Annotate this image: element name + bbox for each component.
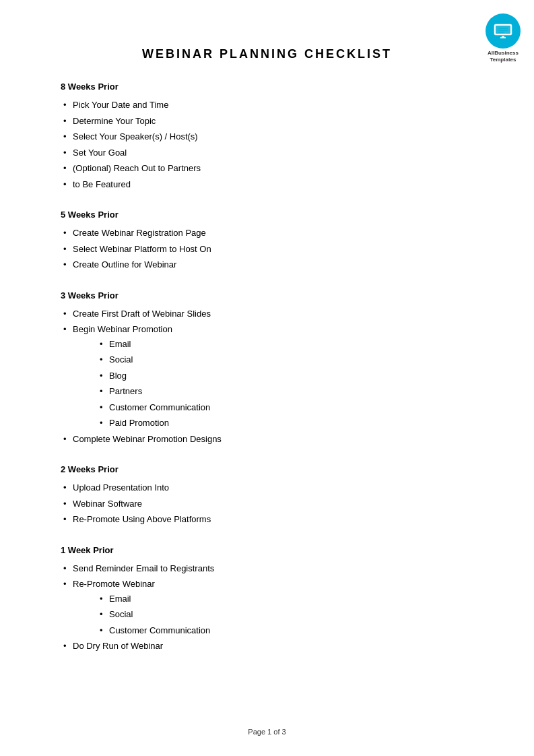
list-item: Select Webinar Platform to Host On [61, 243, 473, 256]
list-item: Paid Promotion [97, 416, 473, 430]
list-item: Upload Presentation Into [61, 481, 473, 495]
list-item: Create Outline for Webinar [61, 258, 473, 272]
logo-circle [486, 13, 521, 49]
list-item: Customer Communication [97, 401, 473, 414]
list-item: Determine Your Topic [61, 115, 473, 128]
list-item: Create Webinar Registration Page [61, 226, 473, 240]
list-item: Re-Promote WebinarEmailSocialCustomer Co… [61, 577, 473, 637]
section-heading-five-weeks: 5 Weeks Prior [61, 210, 473, 220]
section-two-weeks: 2 Weeks PriorUpload Presentation IntoWeb… [61, 464, 473, 526]
sub-list: EmailSocialBlogPartnersCustomer Communic… [73, 338, 473, 430]
section-heading-two-weeks: 2 Weeks Prior [61, 464, 473, 474]
section-heading-three-weeks: 3 Weeks Prior [61, 290, 473, 301]
list-item: Select Your Speaker(s) / Host(s) [61, 130, 473, 144]
section-list-one-week: Send Reminder Email to RegistrantsRe-Pro… [61, 562, 473, 653]
list-item: Customer Communication [97, 624, 473, 637]
section-list-three-weeks: Create First Draft of Webinar SlidesBegi… [61, 307, 473, 446]
section-heading-one-week: 1 Week Prior [61, 545, 473, 555]
section-list-five-weeks: Create Webinar Registration PageSelect W… [61, 226, 473, 272]
sub-list: EmailSocialCustomer Communication [73, 592, 473, 637]
list-item: Pick Your Date and Time [61, 98, 473, 112]
list-item: Send Reminder Email to Registrants [61, 562, 473, 575]
logo-text: AllBusiness Templates [488, 50, 519, 64]
list-item: Complete Webinar Promotion Designs [61, 433, 473, 446]
list-item: Blog [97, 369, 473, 383]
section-one-week: 1 Week PriorSend Reminder Email to Regis… [61, 545, 473, 653]
list-item: (Optional) Reach Out to Partners [61, 162, 473, 175]
list-item: Webinar Software [61, 497, 473, 511]
list-item: Set Your Goal [61, 146, 473, 160]
list-item: Social [97, 608, 473, 621]
list-item: Partners [97, 385, 473, 398]
logo-container: AllBusiness Templates [486, 13, 521, 64]
list-item: to Be Featured [61, 178, 473, 191]
list-item: Begin Webinar PromotionEmailSocialBlogPa… [61, 323, 473, 430]
section-heading-eight-weeks: 8 Weeks Prior [61, 82, 473, 92]
section-three-weeks: 3 Weeks PriorCreate First Draft of Webin… [61, 290, 473, 446]
list-item: Create First Draft of Webinar Slides [61, 307, 473, 321]
list-item: Do Dry Run of Webinar [61, 639, 473, 653]
sections-container: 8 Weeks PriorPick Your Date and TimeDete… [61, 82, 473, 653]
footer-text: Page 1 of 3 [248, 728, 286, 736]
section-list-eight-weeks: Pick Your Date and TimeDetermine Your To… [61, 98, 473, 191]
page: AllBusiness Templates WEBINAR PLANNING C… [0, 0, 534, 756]
list-item: Email [97, 592, 473, 606]
section-five-weeks: 5 Weeks PriorCreate Webinar Registration… [61, 210, 473, 272]
list-item: Email [97, 338, 473, 351]
monitor-icon [494, 24, 512, 38]
section-eight-weeks: 8 Weeks PriorPick Your Date and TimeDete… [61, 82, 473, 191]
list-item: Re-Promote Using Above Platforms [61, 513, 473, 526]
list-item: Social [97, 353, 473, 367]
section-list-two-weeks: Upload Presentation IntoWebinar Software… [61, 481, 473, 526]
footer: Page 1 of 3 [0, 728, 534, 736]
page-title: WEBINAR PLANNING CHECKLIST [61, 47, 473, 61]
